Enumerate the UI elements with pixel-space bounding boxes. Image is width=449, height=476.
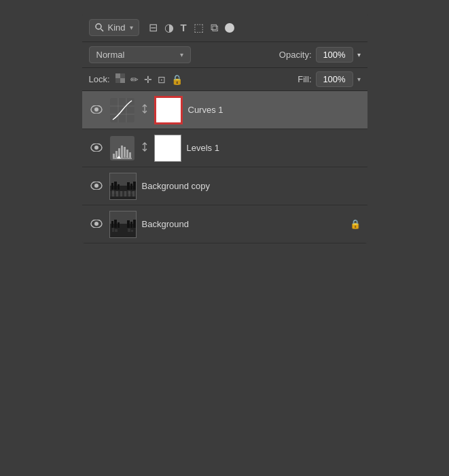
svg-rect-49 xyxy=(118,222,120,228)
photo-thumb-svg xyxy=(110,211,137,238)
svg-rect-23 xyxy=(129,152,131,158)
svg-line-1 xyxy=(101,29,103,32)
svg-rect-52 xyxy=(133,220,136,228)
kind-chevron-icon: ▾ xyxy=(130,24,133,31)
visibility-icon[interactable] xyxy=(89,104,104,116)
svg-rect-18 xyxy=(115,151,118,158)
blend-chevron-icon: ▾ xyxy=(180,51,183,58)
layer-locked-icon: 🔒 xyxy=(350,219,361,229)
svg-rect-4 xyxy=(115,78,120,83)
levels-adjustment-icon xyxy=(109,135,135,161)
filter-kind-label: Kind xyxy=(108,22,126,33)
smartobject-filter-icon[interactable]: ⧉ xyxy=(211,22,218,34)
svg-rect-45 xyxy=(110,211,137,224)
image-filter-icon[interactable]: ⊟ xyxy=(149,21,158,34)
svg-rect-17 xyxy=(113,154,115,158)
opacity-label: Opacity: xyxy=(279,50,312,60)
lock-image-icon[interactable]: ✏ xyxy=(130,74,139,85)
svg-rect-54 xyxy=(115,229,118,232)
svg-point-15 xyxy=(94,146,98,150)
layer-name: Levels 1 xyxy=(187,143,361,153)
opacity-value[interactable]: 100% xyxy=(316,47,353,63)
svg-point-28 xyxy=(94,184,98,188)
layer-row[interactable]: Background copy xyxy=(82,167,367,205)
lock-label: Lock: xyxy=(89,74,110,84)
layer-name: Background copy xyxy=(142,181,361,191)
svg-rect-3 xyxy=(120,73,125,78)
text-filter-icon[interactable]: T xyxy=(181,22,187,33)
svg-rect-37 xyxy=(133,182,136,190)
lock-transparency-icon[interactable] xyxy=(115,73,125,85)
curves-icon-svg xyxy=(110,98,134,122)
svg-rect-53 xyxy=(112,228,114,232)
link-icon-svg xyxy=(141,141,149,152)
visibility-icon[interactable] xyxy=(89,180,104,192)
svg-rect-22 xyxy=(126,150,128,158)
lock-icons-group: ✏ ✛ ⊡ 🔒 xyxy=(115,73,183,85)
fill-value[interactable]: 100% xyxy=(316,71,353,87)
lock-position-icon[interactable]: ✛ xyxy=(144,74,152,85)
layer-mask-thumbnail-highlighted[interactable] xyxy=(154,96,183,124)
filter-toolbar: Kind ▾ ⊟ ◑ T ⬚ ⧉ xyxy=(82,14,367,42)
toolbar-icons-group: ⊟ ◑ T ⬚ ⧉ xyxy=(149,21,234,34)
svg-rect-36 xyxy=(130,184,132,190)
svg-point-0 xyxy=(96,24,101,29)
photo-detail xyxy=(110,191,136,197)
white-circle-icon[interactable] xyxy=(225,23,234,33)
fill-label: Fill: xyxy=(298,74,311,84)
svg-rect-55 xyxy=(128,228,130,232)
eye-icon xyxy=(90,105,103,114)
svg-point-7 xyxy=(94,107,98,112)
svg-rect-47 xyxy=(111,221,113,228)
svg-rect-5 xyxy=(120,78,125,83)
eye-icon xyxy=(90,143,103,152)
layer-thumbnail xyxy=(109,211,137,238)
lock-artboard-icon[interactable]: ⊡ xyxy=(158,74,166,85)
layer-row[interactable]: Curves 1 xyxy=(82,91,367,129)
circle-filter-icon[interactable]: ◑ xyxy=(164,21,174,34)
layers-list: Curves 1 xyxy=(82,91,367,243)
svg-rect-34 xyxy=(118,184,120,190)
svg-rect-30 xyxy=(110,173,137,186)
opacity-group: Opacity: 100% ▾ xyxy=(279,47,361,63)
blend-mode-label: Normal xyxy=(96,50,125,60)
layer-mask-thumbnail[interactable] xyxy=(154,135,181,162)
eye-icon xyxy=(90,220,103,228)
opacity-chevron-icon[interactable]: ▾ xyxy=(357,51,361,58)
layer-name: Curves 1 xyxy=(188,105,361,115)
filter-kind-dropdown[interactable]: Kind ▾ xyxy=(89,19,139,36)
layers-panel: Kind ▾ ⊟ ◑ T ⬚ ⧉ Normal ▾ Opacity: 100% … xyxy=(82,14,367,243)
visibility-icon[interactable] xyxy=(89,218,104,231)
layer-link-icon xyxy=(141,141,149,154)
svg-rect-51 xyxy=(130,222,132,228)
search-icon xyxy=(95,23,104,32)
blend-mode-dropdown[interactable]: Normal ▾ xyxy=(89,46,191,63)
checkerboard-icon xyxy=(115,73,125,83)
curves-adjustment-icon xyxy=(109,97,135,123)
layer-row[interactable]: Levels 1 xyxy=(82,129,367,167)
link-icon-svg xyxy=(141,103,149,114)
blend-opacity-row: Normal ▾ Opacity: 100% ▾ xyxy=(82,42,367,68)
layer-row[interactable]: Background 🔒 xyxy=(82,205,367,243)
svg-rect-2 xyxy=(115,73,120,78)
layer-link-icon xyxy=(141,103,149,116)
layer-thumbnail xyxy=(109,173,137,200)
svg-rect-56 xyxy=(131,230,133,232)
eye-icon xyxy=(90,182,103,190)
svg-rect-50 xyxy=(127,220,130,228)
lock-fill-row: Lock: ✏ ✛ ⊡ 🔒 Fill: 100% ▾ xyxy=(82,68,367,91)
transform-filter-icon[interactable]: ⬚ xyxy=(194,21,204,34)
svg-rect-48 xyxy=(114,220,117,228)
fill-chevron-icon[interactable]: ▾ xyxy=(357,75,361,83)
visibility-icon[interactable] xyxy=(89,142,104,154)
svg-point-43 xyxy=(94,222,98,226)
levels-icon-svg xyxy=(110,136,134,160)
lock-all-icon[interactable]: 🔒 xyxy=(171,74,183,85)
svg-rect-20 xyxy=(121,146,123,158)
svg-rect-33 xyxy=(114,182,117,190)
svg-rect-32 xyxy=(111,183,113,190)
svg-rect-35 xyxy=(127,182,130,190)
layer-name: Background xyxy=(142,219,344,229)
fill-group: Fill: 100% ▾ xyxy=(298,71,360,87)
